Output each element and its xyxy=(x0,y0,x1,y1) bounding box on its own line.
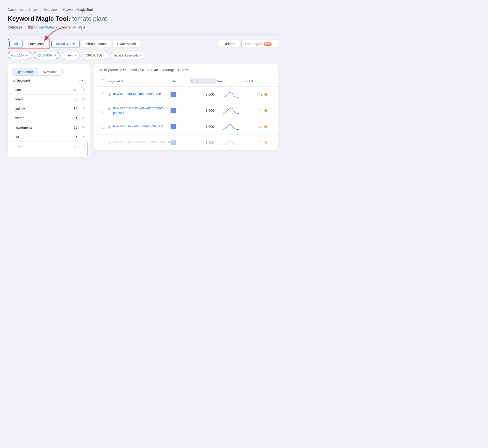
summary-bar: All keywords: 371 Total volu... 100.4K A… xyxy=(94,64,278,76)
database-country-selector[interactable]: 🇺🇸 United States ▾ xyxy=(28,25,57,29)
add-keyword-icon[interactable]: ⊕ xyxy=(108,124,111,130)
volume-cell: 3,600 xyxy=(190,92,216,96)
keyword-link[interactable]: how often should you water tomato plants xyxy=(113,106,164,115)
list-item-far[interactable]: › far 26 👁 xyxy=(8,132,90,142)
th-keyword[interactable]: Keyword ⇅ xyxy=(108,80,171,83)
expand-icon: › xyxy=(13,88,14,91)
th-trend[interactable]: Trend xyxy=(216,80,245,83)
expand-icon: › xyxy=(13,126,14,129)
th-intent[interactable]: Intent xyxy=(171,80,190,83)
filter-include-keywords-dropdown[interactable]: Include keywords ▾ xyxy=(111,52,145,59)
kd-indicator xyxy=(264,109,267,112)
left-panel: By number By volume All keywords 371 › c… xyxy=(8,64,90,157)
add-keyword-icon: ⊕ xyxy=(108,140,111,145)
item-count: 26 xyxy=(74,135,77,139)
th-volume[interactable]: V... ⇅ xyxy=(190,79,216,84)
tab-broad-match[interactable]: Broad Match xyxy=(51,40,80,48)
eye-icon[interactable]: 👁 xyxy=(82,97,85,101)
item-label: apartments xyxy=(16,126,32,129)
row-checkbox[interactable] xyxy=(101,92,105,96)
database-label: Database: xyxy=(8,25,23,29)
breadcrumb-overview[interactable]: Keyword Overview xyxy=(29,8,58,12)
breadcrumb: Dashboard › Keyword Overview › Keyword M… xyxy=(8,8,278,12)
intent-cell: I xyxy=(171,124,190,129)
beta-badge: beta xyxy=(264,42,272,46)
add-keyword-icon[interactable]: ⊕ xyxy=(108,106,111,112)
list-item-can[interactable]: › can 40 👁 xyxy=(8,85,90,95)
database-row: Database: 🇺🇸 United States ▾ Currency: U… xyxy=(8,25,278,29)
kd-value: 43 xyxy=(258,92,262,96)
eye-icon[interactable]: 👁 xyxy=(82,107,85,111)
summary-kd-label: Average KD: xyxy=(162,68,182,72)
table-row: ⊕ how often do you water tomato plants »… xyxy=(94,135,278,150)
intent-cell: I xyxy=(171,140,190,145)
breadcrumb-sep2: › xyxy=(59,8,61,12)
keyword-cell: ⊕ how often should you water tomato plan… xyxy=(108,106,171,115)
list-item-apartments[interactable]: › apartments 26 👁 xyxy=(8,123,90,132)
keyword-arrows: » xyxy=(161,124,163,128)
kd-value: 44 xyxy=(258,109,262,112)
keyword-arrows: » xyxy=(168,140,170,144)
filter-intent-dropdown[interactable]: Intent ▾ xyxy=(62,52,80,59)
filter-cpc-dropdown[interactable]: CPC (USD) ▾ xyxy=(82,52,108,59)
add-keyword-icon[interactable]: ⊕ xyxy=(108,92,111,97)
all-keywords-count: 371 xyxy=(80,79,85,83)
trend-cell xyxy=(216,90,245,99)
kd-cell: 44 xyxy=(245,140,267,144)
filter-kd[interactable]: KD: 0–50% ✕ xyxy=(33,52,60,59)
list-item-leave[interactable]: › leave 33 👁 xyxy=(8,95,90,104)
breadcrumb-sep1: › xyxy=(26,8,27,12)
eye-icon[interactable]: 👁 xyxy=(82,88,85,92)
sort-icon: ⇅ xyxy=(254,80,256,83)
toggle-by-number[interactable]: By number xyxy=(12,68,38,75)
list-item-much[interactable]: › much 25 👁 xyxy=(8,142,90,151)
tab-questions[interactable]: Questions xyxy=(24,40,48,48)
select-all-checkbox-cell xyxy=(99,80,108,83)
trend-cell xyxy=(216,122,245,131)
toggle-row: By number By volume xyxy=(12,68,63,76)
tab-languages[interactable]: Languages beta ▾ xyxy=(241,40,278,48)
filter-vol-remove[interactable]: ✕ xyxy=(26,54,28,57)
select-all-checkbox[interactable] xyxy=(101,80,105,83)
flag-icon: 🇺🇸 xyxy=(28,25,33,29)
row-checkbox[interactable] xyxy=(101,125,105,129)
expand-icon: › xyxy=(13,107,14,110)
tab-group-all-questions: All Questions xyxy=(8,39,50,49)
intent-cell: I xyxy=(171,108,190,113)
row-checkbox-cell xyxy=(99,109,108,112)
row-checkbox[interactable] xyxy=(101,109,105,112)
breadcrumb-dashboard[interactable]: Dashboard xyxy=(8,8,25,12)
kd-indicator xyxy=(264,125,267,128)
item-count: 25 xyxy=(74,144,77,148)
country-name: United States xyxy=(34,25,55,29)
filter-vol[interactable]: Vol: 100+ ✕ xyxy=(8,52,31,59)
keyword-link[interactable]: how far apart to plant tomatoes xyxy=(113,92,158,96)
tab-exact-match[interactable]: Exact Match xyxy=(113,40,140,48)
eye-icon[interactable]: 👁 xyxy=(82,116,85,120)
tab-related[interactable]: Related xyxy=(219,40,240,48)
eye-icon[interactable]: 👁 xyxy=(82,126,85,129)
volume-cell: 1,600 xyxy=(190,109,216,112)
keyword-arrows: » xyxy=(159,91,161,96)
kd-cell: 43 xyxy=(245,92,267,96)
table-row: ⊕ how far apart to plant tomatoes » I 3,… xyxy=(94,87,278,102)
item-label: much xyxy=(16,144,24,148)
filter-kd-remove[interactable]: ✕ xyxy=(54,54,56,57)
expand-icon: › xyxy=(13,145,14,148)
summary-vol-value: 100.4K xyxy=(148,68,159,72)
kd-indicator xyxy=(264,93,267,96)
list-item-yellow[interactable]: › yellow 32 👁 xyxy=(8,104,90,113)
chevron-down-icon: ▾ xyxy=(140,54,141,57)
tab-phrase-match[interactable]: Phrase Match xyxy=(81,40,111,48)
toggle-by-volume[interactable]: By volume xyxy=(38,68,62,75)
include-keywords-label: Include keywords xyxy=(114,54,138,57)
eye-icon[interactable]: 👁 xyxy=(82,135,85,139)
intent-badge: I xyxy=(171,108,176,113)
table-row: ⊕ how often should you water tomato plan… xyxy=(94,102,278,119)
keyword-link[interactable]: how often to water tomato plants xyxy=(113,124,160,128)
intent-badge: I xyxy=(171,92,176,97)
tab-all[interactable]: All xyxy=(9,40,23,48)
list-item-water[interactable]: › water 31 👁 xyxy=(8,113,90,123)
summary-kd-value: 37% xyxy=(182,68,189,72)
th-kd[interactable]: KD % ⇅ xyxy=(245,80,267,83)
